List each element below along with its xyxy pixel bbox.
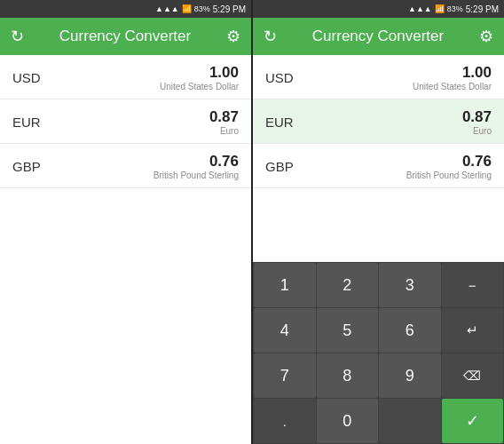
left-eur-code: EUR [12, 115, 55, 130]
left-eur-value: 0.87 [209, 108, 239, 126]
left-gbp-value: 0.76 [154, 153, 239, 170]
right-signal-icon: ▲▲▲ [408, 4, 432, 13]
key-1[interactable]: 1 [254, 263, 316, 307]
left-usd-name: United States Dollar [160, 82, 239, 91]
left-usd-value: 1.00 [160, 64, 239, 82]
left-gbp-code: GBP [12, 159, 55, 174]
left-usd-value-block: 1.00 United States Dollar [160, 64, 239, 91]
key-4[interactable]: 4 [254, 308, 316, 353]
left-eur-name: Euro [209, 126, 239, 136]
key-9[interactable]: 9 [379, 353, 441, 398]
left-gbp-row[interactable]: GBP 0.76 British Pound Sterling [0, 144, 251, 188]
key-enter[interactable]: ↵ [442, 308, 504, 353]
right-time: 5:29 PM [466, 4, 499, 14]
right-battery-text: 83% [447, 4, 463, 13]
right-gbp-row[interactable]: GBP 0.76 British Pound Sterling [253, 144, 504, 188]
right-gbp-value: 0.76 [406, 153, 492, 170]
right-usd-value-block: 1.00 United States Dollar [413, 64, 492, 91]
right-empty-area [253, 188, 504, 262]
left-status-icons: ▲▲▲ 📶 83% 5:29 PM [155, 4, 246, 14]
left-usd-code: USD [12, 70, 55, 85]
key-3[interactable]: 3 [379, 263, 441, 307]
key-minus[interactable]: − [442, 263, 504, 307]
right-gbp-value-block: 0.76 British Pound Sterling [406, 153, 492, 180]
right-usd-row[interactable]: USD 1.00 United States Dollar [253, 55, 504, 99]
key-6[interactable]: 6 [379, 308, 441, 353]
right-status-icons: ▲▲▲ 📶 83% 5:29 PM [408, 4, 499, 14]
key-8[interactable]: 8 [317, 353, 379, 398]
right-panel: ▲▲▲ 📶 83% 5:29 PM ↻ Currency Converter ⚙… [253, 0, 504, 444]
key-confirm[interactable]: ✓ [442, 399, 504, 443]
key-5[interactable]: 5 [317, 308, 379, 353]
left-wifi-icon: 📶 [182, 4, 192, 13]
numeric-keyboard: 1 2 3 − 4 5 6 ↵ 7 8 9 ⌫ . 0 ✓ [253, 262, 504, 444]
right-header-title: Currency Converter [312, 28, 444, 45]
right-usd-name: United States Dollar [413, 82, 492, 91]
right-refresh-icon[interactable]: ↻ [264, 27, 277, 46]
right-eur-row[interactable]: EUR 0.87 Euro [253, 99, 504, 144]
left-time: 5:29 PM [213, 4, 246, 14]
left-header-title: Currency Converter [59, 28, 191, 45]
right-gbp-code: GBP [265, 159, 308, 174]
left-app-header: ↻ Currency Converter ⚙ [0, 18, 251, 55]
left-currency-list: USD 1.00 United States Dollar EUR 0.87 E… [0, 55, 251, 444]
left-panel: ▲▲▲ 📶 83% 5:29 PM ↻ Currency Converter ⚙… [0, 0, 251, 444]
left-gbp-value-block: 0.76 British Pound Sterling [154, 153, 239, 180]
right-status-bar: ▲▲▲ 📶 83% 5:29 PM [253, 0, 504, 18]
left-settings-icon[interactable]: ⚙ [226, 27, 240, 46]
right-gbp-name: British Pound Sterling [406, 170, 492, 180]
right-app-header: ↻ Currency Converter ⚙ [253, 18, 504, 55]
left-status-bar: ▲▲▲ 📶 83% 5:29 PM [0, 0, 251, 18]
left-eur-row[interactable]: EUR 0.87 Euro [0, 99, 251, 144]
key-2[interactable]: 2 [317, 263, 379, 307]
left-battery-text: 83% [194, 4, 210, 13]
right-usd-code: USD [265, 70, 308, 85]
key-7[interactable]: 7 [254, 353, 316, 398]
key-decimal[interactable]: . [254, 399, 316, 443]
right-eur-code: EUR [265, 115, 308, 130]
right-currency-list: USD 1.00 United States Dollar EUR 0.87 E… [253, 55, 504, 188]
right-wifi-icon: 📶 [435, 4, 445, 13]
left-eur-value-block: 0.87 Euro [209, 108, 239, 136]
right-eur-name: Euro [462, 126, 492, 136]
right-eur-value-block: 0.87 Euro [462, 108, 492, 136]
key-0[interactable]: 0 [317, 399, 379, 443]
right-eur-value: 0.87 [462, 108, 492, 126]
left-usd-row[interactable]: USD 1.00 United States Dollar [0, 55, 251, 99]
right-usd-value: 1.00 [413, 64, 492, 82]
left-signal-icon: ▲▲▲ [155, 4, 179, 13]
key-empty [379, 399, 441, 443]
key-backspace[interactable]: ⌫ [442, 353, 504, 398]
left-gbp-name: British Pound Sterling [154, 170, 239, 180]
right-settings-icon[interactable]: ⚙ [479, 27, 493, 46]
left-refresh-icon[interactable]: ↻ [11, 27, 24, 46]
